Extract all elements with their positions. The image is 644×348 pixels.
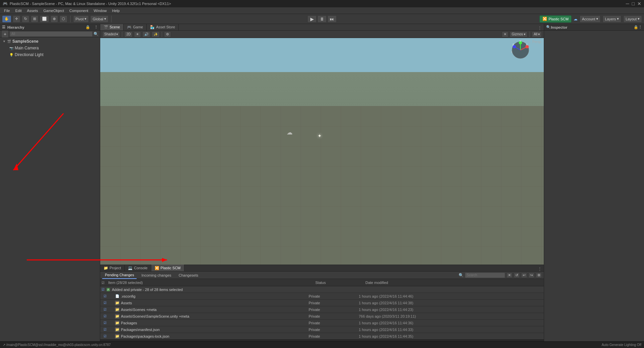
hierarchy-more-icon[interactable]: ⋮ — [94, 25, 98, 29]
file-checkbox-4[interactable]: ☑ — [102, 321, 108, 325]
play-button[interactable]: ▶ — [307, 15, 317, 23]
global-label: Global — [93, 17, 103, 21]
hierarchy-icon: ☰ — [2, 25, 5, 29]
incoming-changes-tab[interactable]: Incoming changes — [139, 272, 174, 279]
file-row[interactable]: ☑ 📄 .vsconfig Private 1 hours ago (2022/… — [100, 293, 544, 300]
item-column-header[interactable]: Item (28/28 selected) — [108, 281, 315, 285]
file-status-2: Private — [309, 308, 359, 312]
tab-asset-store[interactable]: 🏪 Asset Store — [147, 24, 179, 30]
inspector-more-icon[interactable]: ⋮ — [638, 25, 642, 29]
transform-tool-button[interactable]: ⊕ — [50, 15, 58, 23]
global-dropdown[interactable]: Global ▾ — [90, 15, 109, 23]
shaded-dropdown[interactable]: Shaded ▾ — [102, 31, 120, 37]
file-checkbox-1[interactable]: ☑ — [102, 301, 108, 305]
file-date-0: 1 hours ago (2022/4/16 11:44:46) — [359, 294, 459, 298]
scene-tabs-more-icon[interactable]: ⋮ — [538, 26, 542, 30]
tab-scene[interactable]: 🎬 Scene — [100, 24, 124, 30]
layers-dropdown[interactable]: Layers ▾ — [603, 15, 621, 23]
asset-store-tab-icon: 🏪 — [150, 25, 155, 29]
step-button[interactable]: ⏭ — [327, 15, 337, 23]
hierarchy-lock-icon[interactable]: 🔒 — [84, 24, 92, 31]
rotate-tool-button[interactable]: ↻ — [22, 15, 29, 23]
menu-component[interactable]: Component — [66, 7, 91, 14]
maximize-button[interactable]: □ — [632, 1, 635, 6]
tab-plastic-scm[interactable]: 🔀 Plastic SCM — [151, 265, 184, 271]
file-checkbox-3[interactable]: ☑ — [102, 314, 108, 318]
file-checkbox-5[interactable]: ☑ — [102, 328, 108, 331]
hierarchy-item-samplescene[interactable]: ▼ 🎬 SampleScene — [0, 38, 100, 45]
custom-tool-button[interactable]: ⬡ — [59, 15, 67, 23]
pivot-dropdown[interactable]: Pivot ▾ — [73, 15, 89, 23]
status-right-text: Auto Generate Lighting Off — [602, 343, 641, 347]
refresh-button[interactable]: ↺ — [514, 273, 520, 278]
window-title: PlasticSCM - SampleScene - PC, Mac & Lin… — [10, 2, 171, 6]
plastic-search-input[interactable] — [465, 273, 505, 278]
file-status-4: Private — [309, 321, 359, 325]
inspector-lock-icon[interactable]: 🔒 — [634, 25, 638, 29]
all-dropdown[interactable]: All ▾ — [532, 31, 542, 37]
menu-assets[interactable]: Assets — [24, 7, 41, 14]
light-label: Directional Light — [15, 52, 43, 57]
menu-window[interactable]: Window — [91, 7, 109, 14]
file-status-5: Private — [309, 328, 359, 332]
separator-1 — [70, 16, 70, 22]
history-button[interactable]: ↩ — [521, 273, 527, 278]
menu-file[interactable]: File — [1, 7, 13, 14]
svg-text:Z: Z — [512, 43, 514, 46]
hierarchy-add-button[interactable]: + — [1, 30, 9, 38]
file-row[interactable]: ☑ 📁 Packages Private 1 hours ago (2022/4… — [100, 320, 544, 326]
svg-text:Y: Y — [519, 40, 521, 43]
minimize-button[interactable]: ─ — [626, 1, 629, 6]
file-checkbox-2[interactable]: ☑ — [102, 308, 108, 311]
tab-console[interactable]: 💻 Console — [125, 265, 151, 271]
file-row[interactable]: ☑ 📁 Packages\manifest.json Private 1 hou… — [100, 326, 544, 333]
plastic-scm-button[interactable]: 🔀 Plastic SCM — [539, 15, 572, 23]
tab-game[interactable]: 🎮 Game — [124, 24, 147, 30]
account-chevron: ▾ — [596, 17, 598, 21]
project-tab-icon: 📁 — [104, 266, 108, 270]
tab-project[interactable]: 📁 Project — [100, 265, 125, 271]
clear-search-button[interactable]: ✕ — [506, 273, 512, 278]
file-row[interactable]: ☑ 📁 Assets Private 1 hours ago (2022/4/1… — [100, 300, 544, 306]
hand-tool-button[interactable]: ✋ — [2, 15, 11, 23]
scene-sep-2 — [162, 32, 162, 37]
rect-tool-button[interactable]: ⬜ — [40, 15, 49, 23]
pause-button[interactable]: ⏸ — [317, 15, 327, 23]
file-checkbox-6[interactable]: ☑ — [102, 334, 108, 338]
file-row[interactable]: ☑ 📁 Assets\Scenes +meta Private 1 hours … — [100, 306, 544, 313]
close-button[interactable]: ✕ — [637, 1, 641, 6]
move-tool-button[interactable]: ✛ — [13, 15, 20, 23]
scene-view[interactable]: ← Persp X Y Z — [100, 38, 544, 265]
pending-changes-tab[interactable]: Pending Changes — [102, 272, 137, 279]
fx-toggle-button[interactable]: ✨ — [152, 31, 160, 37]
scene-label: SampleScene — [12, 39, 38, 44]
menu-gameobject[interactable]: GameObject — [41, 7, 67, 14]
changesets-tab[interactable]: Changesets — [176, 272, 201, 279]
group-check-icon[interactable]: ☑ — [102, 288, 105, 291]
file-row[interactable]: ☑ 📁 Packages\packages-lock.json Private … — [100, 333, 544, 340]
gizmos-dropdown[interactable]: Gizmos ▾ — [510, 31, 527, 37]
file-row[interactable]: ☑ 📁 Assets\Scenes\SampleScene.unity +met… — [100, 313, 544, 320]
scene-gizmo: X Y Z x — [510, 40, 530, 60]
file-checkbox-0[interactable]: ☑ — [102, 294, 108, 298]
settings-button[interactable]: ⚙ — [536, 273, 542, 278]
light-toggle-button[interactable]: ☀ — [134, 31, 141, 37]
shaded-chevron: ▾ — [116, 32, 118, 36]
menu-help[interactable]: Help — [109, 7, 122, 14]
2d-button[interactable]: 2D — [124, 31, 133, 37]
bottom-tabs-more-icon[interactable]: ⋮ — [538, 267, 542, 271]
window-controls[interactable]: ─ □ ✕ — [626, 1, 641, 6]
scene-view-options-button[interactable]: ⚙ — [164, 31, 171, 37]
audio-toggle-button[interactable]: 🔊 — [142, 31, 150, 37]
account-dropdown[interactable]: Account ▾ — [580, 15, 601, 23]
hierarchy-search-input[interactable] — [10, 31, 93, 37]
scene-close-button[interactable]: ✕ — [502, 31, 508, 37]
menu-edit[interactable]: Edit — [13, 7, 24, 14]
layout-dropdown[interactable]: Layout ▾ — [623, 15, 642, 23]
date-column-header[interactable]: Date modified — [365, 281, 466, 285]
status-column-header[interactable]: Status — [315, 281, 365, 285]
hierarchy-item-directionallight[interactable]: 💡 Directional Light — [0, 51, 100, 58]
hierarchy-item-maincamera[interactable]: 📷 Main Camera — [0, 45, 100, 51]
undo-history-button[interactable]: ↪ — [528, 273, 534, 278]
scale-tool-button[interactable]: ⊞ — [31, 15, 38, 23]
